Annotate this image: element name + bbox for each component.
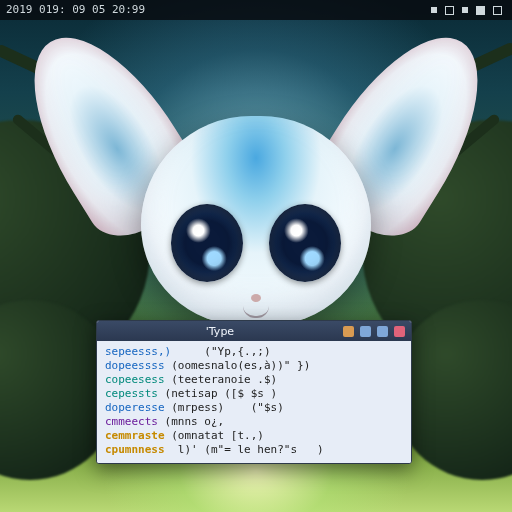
terminal-text: (netisap ([$ $s ) [158, 387, 277, 400]
terminal-line: doperesse (mrpess) ("$s) [105, 401, 403, 415]
tray-indicator-icon[interactable] [462, 7, 468, 13]
maximize-button[interactable] [377, 326, 388, 337]
taskbar[interactable]: 2019 019: 09 05 20:99 [0, 0, 512, 20]
terminal-line: cmmeects (mnns o¿, [105, 415, 403, 429]
close-button[interactable] [394, 326, 405, 337]
terminal-keyword: dopeessss [105, 359, 165, 372]
creature-eye [269, 204, 341, 282]
wallpaper-creature [76, 46, 436, 346]
tray-window-icon[interactable] [493, 6, 502, 15]
desktop: 2019 019: 09 05 20:99 'Type sepeesss,) (… [0, 0, 512, 512]
terminal-body[interactable]: sepeesss,) ("Yp,{.,;)dopeessss (oomesnal… [97, 341, 411, 463]
terminal-line: cpumnness l)' (m"= le hen?"s ) [105, 443, 403, 457]
terminal-text: (teeteranoie .$) [165, 373, 278, 386]
minimize-button[interactable] [360, 326, 371, 337]
terminal-window[interactable]: 'Type sepeesss,) ("Yp,{.,;)dopeessss (oo… [96, 320, 412, 464]
terminal-line: dopeessss (oomesnalo(es,à))" }) [105, 359, 403, 373]
tray-window-icon[interactable] [445, 6, 454, 15]
terminal-keyword: sepeesss,) [105, 345, 171, 358]
creature-nose [251, 294, 261, 302]
terminal-keyword: cemmraste [105, 429, 165, 442]
terminal-line: cemmraste (omnatat [t.,) [105, 429, 403, 443]
terminal-text: (mnns o¿, [158, 415, 224, 428]
terminal-title: 'Type [103, 325, 337, 338]
creature-head [141, 116, 371, 326]
terminal-line: sepeesss,) ("Yp,{.,;) [105, 345, 403, 359]
terminal-titlebar[interactable]: 'Type [97, 321, 411, 341]
taskbar-clock: 2019 019: 09 05 20:99 [6, 0, 145, 20]
titlebar-button-icon[interactable] [343, 326, 354, 337]
creature-mouth [243, 306, 269, 318]
terminal-line: copeesess (teeteranoie .$) [105, 373, 403, 387]
terminal-text: l)' (m"= le hen?"s ) [165, 443, 324, 456]
creature-eye [171, 204, 243, 282]
terminal-keyword: cpumnness [105, 443, 165, 456]
terminal-keyword: cepessts [105, 387, 158, 400]
terminal-line: cepessts (netisap ([$ $s ) [105, 387, 403, 401]
tray-indicator-icon[interactable] [431, 7, 437, 13]
terminal-text: (mrpess) ("$s) [165, 401, 284, 414]
terminal-text: ("Yp,{.,;) [171, 345, 270, 358]
terminal-keyword: copeesess [105, 373, 165, 386]
terminal-text: (omnatat [t.,) [165, 429, 264, 442]
terminal-keyword: doperesse [105, 401, 165, 414]
terminal-text: (oomesnalo(es,à))" }) [165, 359, 311, 372]
tray-app-icon[interactable] [476, 6, 485, 15]
terminal-keyword: cmmeects [105, 415, 158, 428]
